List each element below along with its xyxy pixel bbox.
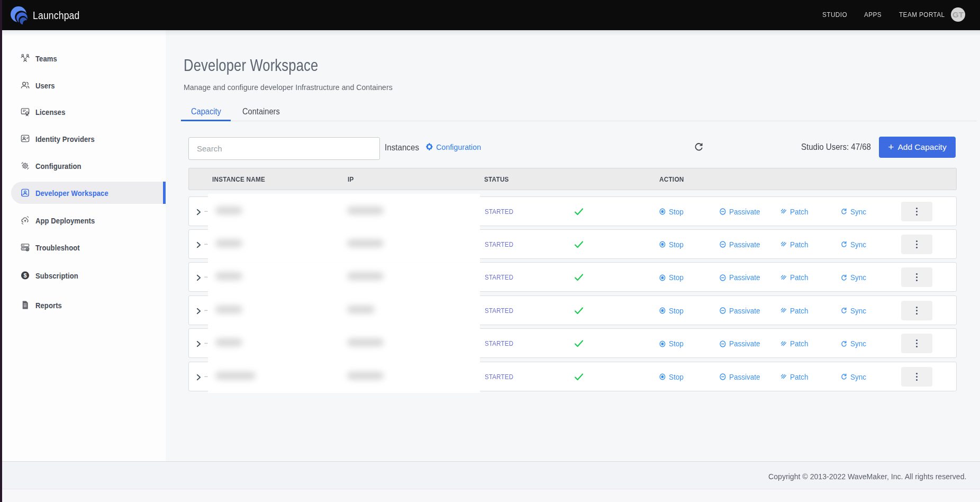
svg-text:$: $ — [23, 272, 26, 279]
